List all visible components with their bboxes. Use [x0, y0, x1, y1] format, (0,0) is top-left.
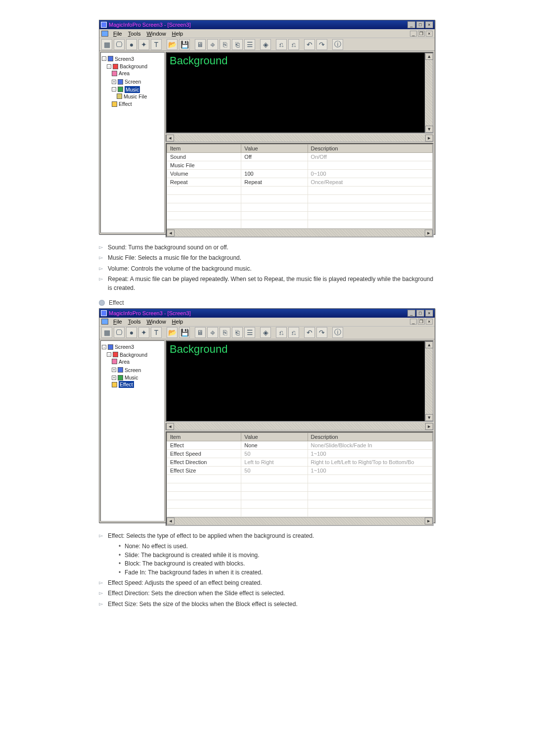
bullet-icon: ▻: [99, 579, 108, 587]
display-icon[interactable]: 🖥: [195, 327, 206, 338]
undo-icon[interactable]: ↶: [304, 39, 315, 50]
tree-effect[interactable]: Effect: [112, 381, 134, 388]
menu-file[interactable]: File: [111, 319, 124, 325]
mdi-min-button[interactable]: _: [410, 319, 417, 325]
canvas-v-scrollbar[interactable]: ▲ ▼: [425, 341, 433, 421]
col-description[interactable]: Description: [308, 144, 432, 153]
menu-help[interactable]: Help: [170, 31, 185, 37]
new-icon[interactable]: ▦: [101, 39, 112, 50]
grid-scroll-left[interactable]: ◄: [167, 230, 175, 236]
tree-effect[interactable]: Effect: [112, 100, 132, 107]
folder-icon[interactable]: 📂: [167, 39, 178, 50]
monitor-icon[interactable]: 🖵: [114, 39, 125, 50]
text-icon[interactable]: T: [151, 327, 162, 338]
menu-window[interactable]: Window: [144, 31, 168, 37]
text-icon[interactable]: T: [151, 39, 162, 50]
close-button[interactable]: ×: [425, 310, 433, 317]
canvas[interactable]: Background ▲ ▼: [166, 340, 434, 422]
col-item[interactable]: Item: [167, 144, 241, 153]
grid-scroll-left[interactable]: ◄: [167, 518, 175, 524]
scroll-right-button[interactable]: ►: [425, 135, 433, 142]
tree-screen[interactable]: +Screen: [112, 367, 141, 374]
titlebar[interactable]: MagicInfoPro Screen3 - [Screen3] _ □ ×: [99, 20, 435, 29]
menu-tools[interactable]: Tools: [126, 319, 143, 325]
mdi-restore-button[interactable]: ❐: [418, 31, 425, 37]
grid-scroll-right[interactable]: ►: [425, 230, 433, 236]
undo-icon[interactable]: ↶: [304, 327, 315, 338]
tree-area[interactable]: Area: [112, 358, 130, 365]
send-back-icon[interactable]: ⎌: [288, 327, 299, 338]
save-icon[interactable]: 💾: [179, 39, 190, 50]
list-icon[interactable]: ☰: [244, 39, 255, 50]
menu-file[interactable]: File: [111, 31, 124, 37]
layer-front-icon[interactable]: ⎆: [207, 39, 218, 50]
gem-icon[interactable]: ◈: [260, 39, 271, 50]
scroll-left-button[interactable]: ◄: [166, 135, 174, 142]
tree-screen[interactable]: +Screen: [112, 78, 141, 85]
effect-sub-list: None: No effect is used. Slide: The back…: [119, 542, 435, 577]
save-icon[interactable]: 💾: [179, 327, 190, 338]
tree-music[interactable]: -Music: [112, 86, 140, 93]
tree-root[interactable]: -Screen3: [102, 55, 134, 62]
mdi-min-button[interactable]: _: [410, 31, 417, 37]
maximize-button[interactable]: □: [416, 310, 424, 317]
info-icon[interactable]: ⓘ: [332, 39, 343, 50]
canvas-h-scrollbar[interactable]: ◄ ►: [166, 423, 434, 430]
grid-h-scrollbar[interactable]: ◄ ►: [167, 517, 433, 525]
folder-icon[interactable]: 📂: [167, 327, 178, 338]
grid-scroll-right[interactable]: ►: [425, 518, 433, 524]
tree-area[interactable]: Area: [112, 70, 130, 77]
menu-help[interactable]: Help: [170, 319, 185, 325]
col-description[interactable]: Description: [308, 432, 432, 441]
grid-h-scrollbar[interactable]: ◄ ►: [167, 229, 433, 236]
minimize-button[interactable]: _: [407, 310, 415, 317]
scroll-down-button[interactable]: ▼: [425, 414, 433, 421]
layer-front-icon[interactable]: ⎆: [207, 327, 218, 338]
bring-front-icon[interactable]: ⎌: [276, 39, 287, 50]
layer-mid-icon[interactable]: ⎘: [220, 39, 230, 50]
col-value[interactable]: Value: [241, 432, 308, 441]
canvas[interactable]: Background ▲ ▼: [166, 52, 434, 134]
send-back-icon[interactable]: ⎌: [288, 39, 299, 50]
new-icon[interactable]: ▦: [101, 327, 112, 338]
layer-mid-icon[interactable]: ⎘: [220, 327, 230, 338]
layer-back-icon[interactable]: ⎗: [232, 327, 243, 338]
layer-back-icon[interactable]: ⎗: [232, 39, 243, 50]
tree-music[interactable]: +Music: [112, 374, 138, 381]
menu-tools[interactable]: Tools: [126, 31, 143, 37]
tree-music-file[interactable]: Music File: [117, 93, 147, 100]
redo-icon[interactable]: ↷: [316, 39, 327, 50]
tree-root[interactable]: -Screen3: [102, 343, 134, 350]
titlebar[interactable]: MagicInfoPro Screen3 - [Screen3] _ □ ×: [99, 309, 435, 318]
wand-icon[interactable]: ✦: [138, 327, 149, 338]
redo-icon[interactable]: ↷: [316, 327, 327, 338]
monitor-icon[interactable]: 🖵: [114, 327, 125, 338]
mdi-close-button[interactable]: ×: [426, 31, 433, 37]
mdi-restore-button[interactable]: ❐: [418, 319, 425, 325]
gem-icon[interactable]: ◈: [260, 327, 271, 338]
close-button[interactable]: ×: [425, 21, 433, 28]
menu-window[interactable]: Window: [144, 319, 168, 325]
canvas-h-scrollbar[interactable]: ◄ ►: [166, 135, 434, 142]
section-dot-icon: [99, 300, 105, 306]
col-item[interactable]: Item: [167, 432, 241, 441]
bring-front-icon[interactable]: ⎌: [276, 327, 287, 338]
list-icon[interactable]: ☰: [244, 327, 255, 338]
mdi-close-button[interactable]: ×: [426, 319, 433, 325]
tree-background[interactable]: -Background: [107, 351, 147, 358]
stop-icon[interactable]: ●: [126, 39, 137, 50]
tree-background[interactable]: -Background: [107, 63, 147, 70]
display-icon[interactable]: 🖥: [195, 39, 206, 50]
col-value[interactable]: Value: [241, 144, 308, 153]
stop-icon[interactable]: ●: [126, 327, 137, 338]
scroll-up-button[interactable]: ▲: [425, 53, 433, 60]
wand-icon[interactable]: ✦: [138, 39, 149, 50]
scroll-left-button[interactable]: ◄: [166, 423, 174, 430]
maximize-button[interactable]: □: [416, 21, 424, 28]
scroll-up-button[interactable]: ▲: [425, 341, 433, 348]
minimize-button[interactable]: _: [407, 21, 415, 28]
info-icon[interactable]: ⓘ: [332, 327, 343, 338]
scroll-down-button[interactable]: ▼: [425, 126, 433, 133]
scroll-right-button[interactable]: ►: [425, 423, 433, 430]
canvas-v-scrollbar[interactable]: ▲ ▼: [425, 53, 433, 133]
